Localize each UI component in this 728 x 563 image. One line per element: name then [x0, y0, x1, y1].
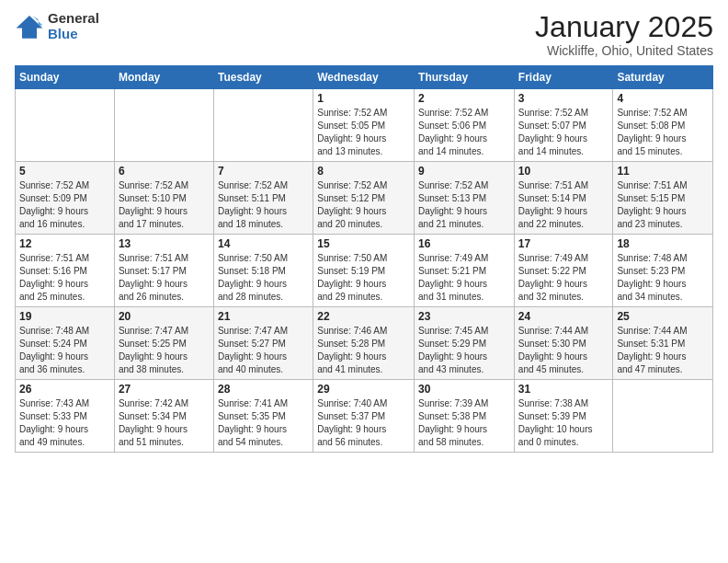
day-info: Sunrise: 7:49 AM Sunset: 5:22 PM Dayligh… — [518, 252, 609, 304]
day-number: 30 — [418, 383, 510, 396]
calendar-cell: 1Sunrise: 7:52 AM Sunset: 5:05 PM Daylig… — [313, 89, 415, 162]
day-number: 29 — [317, 383, 410, 396]
day-info: Sunrise: 7:39 AM Sunset: 5:38 PM Dayligh… — [418, 397, 510, 449]
day-number: 8 — [317, 165, 410, 178]
day-number: 31 — [518, 383, 609, 396]
calendar-cell: 4Sunrise: 7:52 AM Sunset: 5:08 PM Daylig… — [613, 89, 713, 162]
calendar-week-row: 12Sunrise: 7:51 AM Sunset: 5:16 PM Dayli… — [16, 235, 713, 307]
calendar-cell: 25Sunrise: 7:44 AM Sunset: 5:31 PM Dayli… — [613, 307, 713, 380]
day-info: Sunrise: 7:52 AM Sunset: 5:05 PM Dayligh… — [317, 107, 410, 158]
calendar-cell: 21Sunrise: 7:47 AM Sunset: 5:27 PM Dayli… — [213, 307, 313, 380]
day-info: Sunrise: 7:52 AM Sunset: 5:07 PM Dayligh… — [518, 107, 609, 158]
calendar-table: Sunday Monday Tuesday Wednesday Thursday… — [15, 65, 713, 453]
day-number: 13 — [119, 237, 210, 250]
title-block: January 2025 Wickliffe, Ohio, United Sta… — [535, 11, 713, 58]
calendar-cell — [114, 89, 213, 162]
calendar-cell: 29Sunrise: 7:40 AM Sunset: 5:37 PM Dayli… — [313, 380, 415, 453]
day-info: Sunrise: 7:50 AM Sunset: 5:19 PM Dayligh… — [317, 252, 410, 304]
day-info: Sunrise: 7:48 AM Sunset: 5:24 PM Dayligh… — [19, 325, 110, 376]
calendar-cell: 11Sunrise: 7:51 AM Sunset: 5:15 PM Dayli… — [613, 162, 713, 235]
day-number: 10 — [518, 165, 609, 178]
day-info: Sunrise: 7:47 AM Sunset: 5:27 PM Dayligh… — [218, 325, 309, 376]
calendar-week-row: 1Sunrise: 7:52 AM Sunset: 5:05 PM Daylig… — [16, 89, 713, 162]
calendar-cell: 15Sunrise: 7:50 AM Sunset: 5:19 PM Dayli… — [313, 235, 415, 307]
day-info: Sunrise: 7:51 AM Sunset: 5:15 PM Dayligh… — [617, 179, 709, 231]
calendar-cell: 22Sunrise: 7:46 AM Sunset: 5:28 PM Dayli… — [313, 307, 415, 380]
header-tuesday: Tuesday — [213, 66, 313, 89]
day-number: 6 — [119, 165, 210, 178]
day-number: 28 — [218, 383, 309, 396]
day-number: 24 — [518, 310, 609, 323]
calendar-cell: 16Sunrise: 7:49 AM Sunset: 5:21 PM Dayli… — [415, 235, 515, 307]
header-saturday: Saturday — [613, 66, 713, 89]
day-number: 2 — [418, 92, 510, 105]
day-info: Sunrise: 7:52 AM Sunset: 5:09 PM Dayligh… — [19, 179, 110, 231]
day-info: Sunrise: 7:51 AM Sunset: 5:14 PM Dayligh… — [518, 179, 609, 231]
calendar-cell: 10Sunrise: 7:51 AM Sunset: 5:14 PM Dayli… — [514, 162, 613, 235]
logo-icon — [15, 12, 44, 41]
day-info: Sunrise: 7:52 AM Sunset: 5:06 PM Dayligh… — [418, 107, 510, 158]
day-number: 14 — [218, 237, 309, 250]
calendar-cell: 2Sunrise: 7:52 AM Sunset: 5:06 PM Daylig… — [415, 89, 515, 162]
logo-general-label: General — [48, 11, 99, 27]
day-info: Sunrise: 7:47 AM Sunset: 5:25 PM Dayligh… — [119, 325, 210, 376]
day-number: 19 — [19, 310, 110, 323]
day-info: Sunrise: 7:46 AM Sunset: 5:28 PM Dayligh… — [317, 325, 410, 376]
calendar-cell: 3Sunrise: 7:52 AM Sunset: 5:07 PM Daylig… — [514, 89, 613, 162]
day-info: Sunrise: 7:51 AM Sunset: 5:16 PM Dayligh… — [19, 252, 110, 304]
header-monday: Monday — [114, 66, 213, 89]
day-number: 7 — [218, 165, 309, 178]
calendar-cell: 13Sunrise: 7:51 AM Sunset: 5:17 PM Dayli… — [114, 235, 213, 307]
day-number: 11 — [617, 165, 709, 178]
header-wednesday: Wednesday — [313, 66, 415, 89]
calendar-cell: 26Sunrise: 7:43 AM Sunset: 5:33 PM Dayli… — [16, 380, 115, 453]
day-info: Sunrise: 7:44 AM Sunset: 5:31 PM Dayligh… — [617, 325, 709, 376]
day-info: Sunrise: 7:52 AM Sunset: 5:13 PM Dayligh… — [418, 179, 510, 231]
calendar-cell: 20Sunrise: 7:47 AM Sunset: 5:25 PM Dayli… — [114, 307, 213, 380]
day-number: 18 — [617, 237, 709, 250]
day-info: Sunrise: 7:49 AM Sunset: 5:21 PM Dayligh… — [418, 252, 510, 304]
header: General Blue January 2025 Wickliffe, Ohi… — [15, 11, 713, 58]
calendar-location: Wickliffe, Ohio, United States — [535, 43, 713, 58]
day-info: Sunrise: 7:52 AM Sunset: 5:11 PM Dayligh… — [218, 179, 309, 231]
day-number: 27 — [119, 383, 210, 396]
header-sunday: Sunday — [16, 66, 115, 89]
calendar-cell: 14Sunrise: 7:50 AM Sunset: 5:18 PM Dayli… — [213, 235, 313, 307]
day-info: Sunrise: 7:51 AM Sunset: 5:17 PM Dayligh… — [119, 252, 210, 304]
day-info: Sunrise: 7:40 AM Sunset: 5:37 PM Dayligh… — [317, 397, 410, 449]
day-number: 12 — [19, 237, 110, 250]
day-number: 20 — [119, 310, 210, 323]
day-number: 15 — [317, 237, 410, 250]
calendar-cell: 19Sunrise: 7:48 AM Sunset: 5:24 PM Dayli… — [16, 307, 115, 380]
day-info: Sunrise: 7:43 AM Sunset: 5:33 PM Dayligh… — [19, 397, 110, 449]
day-number: 21 — [218, 310, 309, 323]
calendar-cell: 17Sunrise: 7:49 AM Sunset: 5:22 PM Dayli… — [514, 235, 613, 307]
day-number: 26 — [19, 383, 110, 396]
calendar-week-row: 19Sunrise: 7:48 AM Sunset: 5:24 PM Dayli… — [16, 307, 713, 380]
day-info: Sunrise: 7:44 AM Sunset: 5:30 PM Dayligh… — [518, 325, 609, 376]
calendar-week-row: 26Sunrise: 7:43 AM Sunset: 5:33 PM Dayli… — [16, 380, 713, 453]
calendar-cell: 6Sunrise: 7:52 AM Sunset: 5:10 PM Daylig… — [114, 162, 213, 235]
calendar-cell: 27Sunrise: 7:42 AM Sunset: 5:34 PM Dayli… — [114, 380, 213, 453]
calendar-cell — [213, 89, 313, 162]
day-info: Sunrise: 7:41 AM Sunset: 5:35 PM Dayligh… — [218, 397, 309, 449]
calendar-cell: 5Sunrise: 7:52 AM Sunset: 5:09 PM Daylig… — [16, 162, 115, 235]
calendar-cell: 30Sunrise: 7:39 AM Sunset: 5:38 PM Dayli… — [415, 380, 515, 453]
page: General Blue January 2025 Wickliffe, Ohi… — [0, 0, 728, 563]
day-info: Sunrise: 7:45 AM Sunset: 5:29 PM Dayligh… — [418, 325, 510, 376]
day-info: Sunrise: 7:52 AM Sunset: 5:10 PM Dayligh… — [119, 179, 210, 231]
calendar-cell: 31Sunrise: 7:38 AM Sunset: 5:39 PM Dayli… — [514, 380, 613, 453]
day-number: 1 — [317, 92, 410, 105]
calendar-cell: 12Sunrise: 7:51 AM Sunset: 5:16 PM Dayli… — [16, 235, 115, 307]
calendar-cell: 9Sunrise: 7:52 AM Sunset: 5:13 PM Daylig… — [415, 162, 515, 235]
day-number: 3 — [518, 92, 609, 105]
logo-blue-label: Blue — [48, 27, 99, 42]
calendar-cell: 28Sunrise: 7:41 AM Sunset: 5:35 PM Dayli… — [213, 380, 313, 453]
day-info: Sunrise: 7:52 AM Sunset: 5:08 PM Dayligh… — [617, 107, 709, 158]
svg-marker-0 — [17, 16, 43, 39]
header-friday: Friday — [514, 66, 613, 89]
calendar-title: January 2025 — [535, 11, 713, 43]
calendar-cell: 24Sunrise: 7:44 AM Sunset: 5:30 PM Dayli… — [514, 307, 613, 380]
day-number: 4 — [617, 92, 709, 105]
calendar-cell: 23Sunrise: 7:45 AM Sunset: 5:29 PM Dayli… — [415, 307, 515, 380]
